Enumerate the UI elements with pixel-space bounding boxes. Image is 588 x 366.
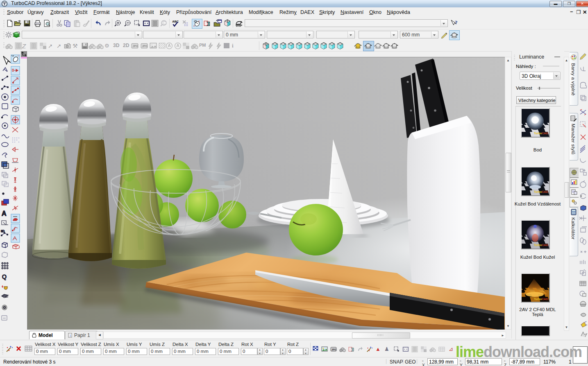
svg-text:TurboCAD: TurboCAD — [534, 244, 548, 246]
svg-text:A: A — [2, 210, 7, 217]
svg-text:TurboCAD: TurboCAD — [534, 298, 548, 300]
svg-text:Q: Q — [2, 273, 7, 280]
svg-text:3D: 3D — [1, 230, 5, 233]
svg-text:1: 1 — [69, 334, 71, 337]
svg-text:TurboCAD: TurboCAD — [534, 132, 548, 135]
svg-text:TurboCAD: TurboCAD — [534, 190, 548, 193]
